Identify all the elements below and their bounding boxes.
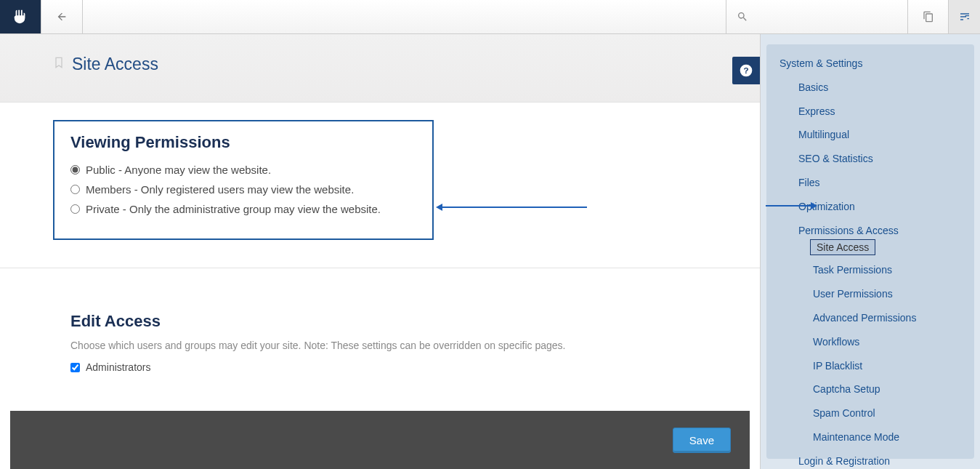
nav-optimization[interactable]: Optimization (766, 198, 974, 216)
radio-members-input[interactable] (70, 185, 80, 194)
nav-captcha-setup[interactable]: Captcha Setup (766, 380, 974, 398)
save-bar: Save (10, 411, 750, 469)
check-administrators[interactable]: Administrators (70, 361, 760, 373)
search-box[interactable] (726, 0, 907, 33)
page-header: Site Access ? (0, 34, 760, 103)
copy-icon (923, 11, 934, 23)
nav-workflows[interactable]: Workflows (766, 333, 974, 351)
radio-public[interactable]: Public - Anyone may view the website. (70, 164, 416, 176)
search-icon (737, 11, 748, 23)
nav-spam-control[interactable]: Spam Control (766, 404, 974, 422)
nav-permissions-access[interactable]: Permissions & Access (766, 222, 974, 240)
nav-login-registration[interactable]: Login & Registration (766, 452, 974, 469)
radio-public-input[interactable] (70, 165, 80, 175)
bookmark-icon[interactable] (53, 56, 65, 73)
help-button[interactable]: ? (732, 57, 760, 84)
edit-access-description: Choose which users and groups may edit y… (70, 340, 760, 351)
save-button[interactable]: Save (673, 428, 731, 453)
viewing-permissions-heading: Viewing Permissions (70, 133, 416, 152)
side-panel: System & Settings Basics Express Multili… (761, 34, 980, 469)
question-icon: ? (739, 63, 753, 78)
viewing-permissions-box: Viewing Permissions Public - Anyone may … (53, 120, 434, 240)
nav-task-permissions[interactable]: Task Permissions (766, 261, 974, 279)
sliders-icon (959, 11, 971, 23)
app-logo[interactable] (0, 0, 41, 33)
main-panel: Site Access ? Viewing Permissions Public… (0, 34, 761, 469)
hand-icon (12, 9, 28, 25)
settings-button[interactable] (948, 0, 980, 33)
radio-private-label: Private - Only the administrative group … (86, 203, 381, 215)
page-title: Site Access (72, 55, 158, 74)
radio-members-label: Members - Only registered users may view… (86, 183, 354, 196)
nav-user-permissions[interactable]: User Permissions (766, 285, 974, 303)
nav-seo[interactable]: SEO & Statistics (766, 150, 974, 168)
svg-text:?: ? (743, 65, 748, 75)
nav-site-access[interactable]: Site Access (810, 239, 875, 255)
radio-private[interactable]: Private - Only the administrative group … (70, 203, 416, 215)
top-toolbar (0, 0, 980, 34)
copy-button[interactable] (907, 0, 948, 33)
radio-public-label: Public - Anyone may view the website. (86, 164, 271, 176)
annotation-arrow-right (766, 205, 811, 207)
radio-private-input[interactable] (70, 204, 80, 214)
radio-members[interactable]: Members - Only registered users may view… (70, 183, 416, 196)
back-button[interactable] (41, 0, 83, 33)
nav-advanced-permissions[interactable]: Advanced Permissions (766, 309, 974, 327)
edit-access-section: Edit Access Choose which users and group… (0, 268, 760, 373)
nav-system-settings[interactable]: System & Settings (766, 55, 974, 73)
edit-access-heading: Edit Access (70, 312, 760, 331)
check-administrators-input[interactable] (70, 363, 80, 372)
annotation-arrow-left (442, 207, 587, 208)
nav-ip-blacklist[interactable]: IP Blacklist (766, 357, 974, 375)
side-nav: System & Settings Basics Express Multili… (766, 44, 974, 459)
nav-express[interactable]: Express (766, 103, 974, 121)
nav-files[interactable]: Files (766, 174, 974, 192)
nav-multilingual[interactable]: Multilingual (766, 126, 974, 144)
arrow-left-icon (56, 11, 68, 23)
nav-maintenance-mode[interactable]: Maintenance Mode (766, 428, 974, 446)
check-administrators-label: Administrators (86, 361, 150, 373)
nav-basics[interactable]: Basics (766, 79, 974, 97)
